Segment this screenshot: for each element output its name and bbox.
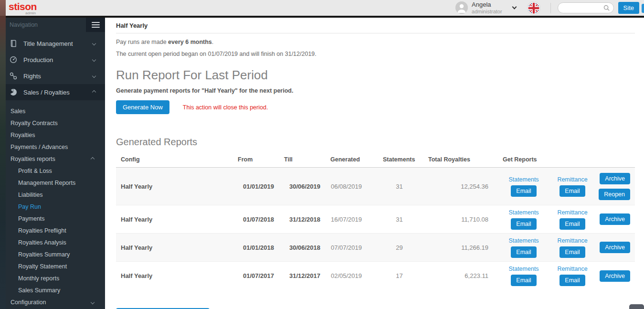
cell-till: 31/12/2017 (282, 272, 328, 279)
sidebar-item-royalties-analysis[interactable]: Royalties Analysis (0, 236, 105, 248)
archive-button[interactable]: Archive (600, 173, 630, 184)
archive-button[interactable]: Archive (600, 242, 630, 253)
archive-button[interactable]: Archive (600, 213, 630, 225)
table-row: Half Yearly 01/07/2017 31/12/2017 02/05/… (116, 262, 635, 290)
run-report-subheading: Generate payment reports for "Half Yearl… (116, 87, 635, 94)
pay-run-frequency-text: Pay runs are made every 6 months. (116, 39, 635, 45)
reopen-button[interactable]: Reopen (599, 189, 630, 200)
statements-link[interactable]: Statements (508, 176, 538, 183)
cell-till: 30/06/2018 (282, 244, 328, 251)
sidebar-item-label: Royalties Analysis (18, 239, 66, 246)
statements-report-block: Statements Email (503, 209, 545, 230)
remittance-link[interactable]: Remittance (557, 266, 587, 272)
chevron-down-icon (91, 300, 95, 304)
background-photo-edge (0, 0, 6, 309)
hamburger-menu-button[interactable] (86, 18, 105, 32)
cell-generated: 07/07/2019 (328, 244, 374, 251)
sidebar-nav-row: Navigation (0, 18, 105, 32)
remittance-email-button[interactable]: Email (560, 218, 585, 230)
close-period-warning: This action will close this period. (183, 104, 268, 111)
sidebar-item-profit-loss[interactable]: Profit & Loss (0, 165, 105, 177)
pie-chart-icon (10, 88, 18, 96)
sidebar-item-sales[interactable]: Sales (0, 105, 105, 117)
remittance-email-button[interactable]: Email (560, 185, 585, 197)
generated-reports-table: Config From Till Generated Statements To… (116, 154, 635, 290)
sidebar-item-royalties-reports[interactable]: Royalties reports (0, 153, 105, 165)
sidebar-item-royalties-preflight[interactable]: Royalties Preflight (0, 224, 105, 236)
cell-config: Half Yearly (116, 272, 235, 279)
statements-email-button[interactable]: Email (511, 218, 536, 230)
cell-generated: 06/08/2019 (328, 183, 374, 190)
statements-email-button[interactable]: Email (511, 185, 536, 197)
user-menu[interactable]: Angela administrator (455, 1, 516, 15)
sidebar-item-label: Payments / Advances (11, 144, 68, 150)
cell-get-reports: Statements Email Remittance Email Archiv… (491, 173, 635, 200)
logo[interactable]: stison admin (9, 1, 37, 15)
remittance-email-button[interactable]: Email (560, 275, 585, 286)
remittance-report-block: Remittance Email (551, 176, 593, 197)
cell-statements: 17 (374, 272, 420, 279)
book-icon (10, 40, 18, 48)
sidebar-item-label: Production (23, 56, 53, 64)
archive-button[interactable]: Archive (600, 270, 630, 282)
sidebar-item-label: Sales (11, 108, 25, 115)
page-title: Half Yearly (116, 22, 635, 33)
column-header-till: Till (282, 156, 328, 163)
sidebar-item-production[interactable]: Production (0, 52, 105, 68)
sidebar-item-royalty-contracts[interactable]: Royalty Contracts (0, 117, 105, 129)
cell-total-royalties: 6,223.11 (420, 272, 491, 279)
sidebar-item-label: Pay Run (18, 203, 41, 210)
sidebar-item-sales-summary[interactable]: Sales Summary (0, 284, 105, 296)
avatar (455, 1, 468, 14)
user-name: Angela (472, 1, 502, 9)
run-report-heading: Run Report For Last Period (116, 68, 635, 83)
generate-now-button[interactable]: Generate Now (116, 100, 169, 114)
sidebar-item-sales-royalties[interactable]: Sales / Royalties (0, 84, 105, 100)
open-period-text: The current open period began on 01/07/2… (116, 51, 635, 57)
search-icon (603, 5, 610, 11)
user-names: Angela administrator (472, 1, 502, 15)
sidebar-item-royalty-statement[interactable]: Royalty Statement (0, 260, 105, 272)
row-actions: Archive (600, 242, 630, 253)
sidebar-item-label: Profit & Loss (18, 168, 52, 174)
intro-suffix: . (212, 39, 213, 45)
site-button[interactable]: Site (618, 2, 639, 14)
sidebar-item-royalties-summary[interactable]: Royalties Summary (0, 248, 105, 260)
cell-statements: 31 (374, 216, 420, 223)
chevron-up-icon (91, 157, 95, 160)
clipped-corner-widget[interactable] (629, 304, 644, 309)
statements-email-button[interactable]: Email (511, 275, 536, 286)
sidebar-item-liabilities[interactable]: Liabilities (0, 189, 105, 201)
statements-link[interactable]: Statements (508, 237, 538, 244)
cell-from: 01/01/2018 (235, 244, 282, 251)
sidebar-item-label: Configuration (11, 299, 46, 306)
sidebar-item-configuration[interactable]: Configuration (0, 296, 105, 308)
sidebar-item-label: Royalties reports (11, 156, 55, 162)
remittance-email-button[interactable]: Email (560, 246, 585, 258)
remittance-link[interactable]: Remittance (557, 209, 587, 216)
sidebar-item-management-reports[interactable]: Management Reports (0, 177, 105, 189)
statements-email-button[interactable]: Email (511, 246, 536, 258)
language-flag-uk[interactable] (528, 2, 540, 14)
sidebar-item-label: Sales / Royalties (23, 89, 70, 96)
cell-config: Half Yearly (116, 244, 235, 251)
sidebar-item-rights[interactable]: Rights (0, 68, 105, 84)
sidebar-item-title-management[interactable]: Title Management (0, 35, 105, 52)
remittance-link[interactable]: Remittance (557, 176, 587, 183)
sidebar-item-monthly-reports[interactable]: Monthly reports (0, 272, 105, 284)
sidebar-item-label: Royalty Contracts (11, 120, 58, 127)
row-actions: Archive Reopen (599, 173, 630, 200)
statements-link[interactable]: Statements (508, 266, 538, 272)
user-avatar-icon (455, 1, 468, 14)
chevron-up-icon (92, 90, 96, 94)
sidebar-item-payments[interactable]: Payments (0, 213, 105, 224)
sidebar-item-pay-run[interactable]: Pay Run (0, 201, 105, 213)
statements-link[interactable]: Statements (508, 209, 538, 216)
sidebar-top-items: Title Management Production Rights Sales… (0, 35, 105, 100)
sidebar-item-royalties[interactable]: Royalties (0, 129, 105, 141)
sidebar-item-label: Liabilities (18, 192, 42, 198)
sidebar-item-label: Title Management (23, 40, 73, 47)
cell-till: 31/12/2018 (282, 216, 328, 223)
sidebar-item-payments-advances[interactable]: Payments / Advances (0, 141, 105, 153)
remittance-link[interactable]: Remittance (557, 237, 587, 244)
